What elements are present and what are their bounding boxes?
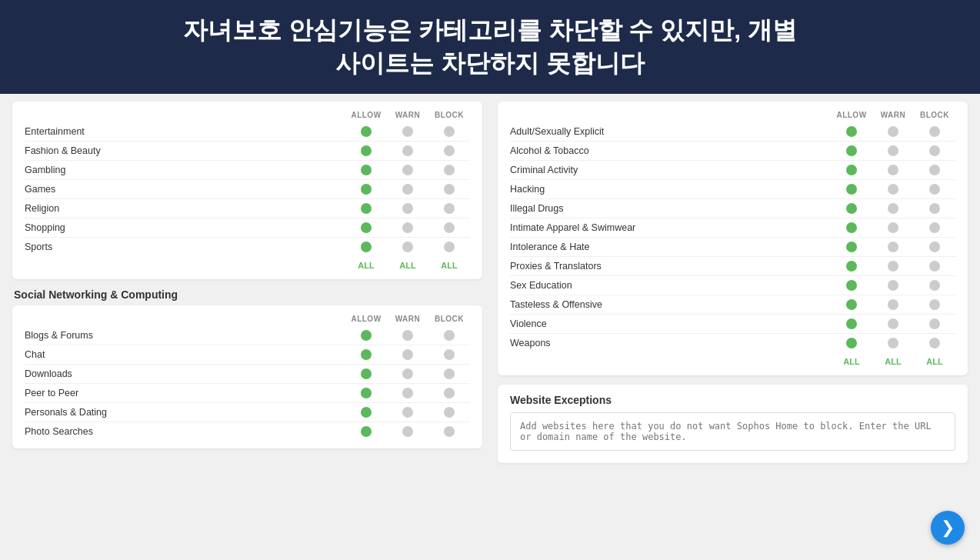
banner-text: 자녀보호 안심기능은 카테고리를 차단할 수 있지만, 개별 사이트는 차단하지… (183, 16, 797, 77)
allow-dot[interactable] (831, 261, 872, 272)
block-dot[interactable] (428, 349, 470, 360)
table-row: Religion (25, 199, 470, 218)
warn-dot[interactable] (387, 368, 428, 379)
warn-dot[interactable] (872, 261, 914, 272)
table-row: Blogs & Forums (25, 326, 470, 345)
allow-dot[interactable] (345, 126, 387, 137)
block-dot[interactable] (914, 126, 955, 137)
block-dot[interactable] (428, 368, 470, 379)
col-block-header: BLOCK (428, 111, 470, 119)
allow-dot[interactable] (831, 126, 872, 137)
left-top-header: ALLOW WARN BLOCK (25, 109, 470, 121)
warn-dot[interactable] (387, 388, 428, 398)
warn-dot[interactable] (872, 222, 914, 233)
warn-dot[interactable] (387, 165, 428, 175)
block-dot[interactable] (428, 203, 470, 214)
block-dot[interactable] (914, 280, 955, 291)
fab-button[interactable]: ❯ (931, 511, 965, 545)
category-label: Downloads (25, 368, 345, 379)
allow-dot[interactable] (831, 222, 872, 233)
warn-dot[interactable] (872, 280, 914, 291)
allow-dot[interactable] (831, 318, 872, 329)
allow-dot[interactable] (345, 349, 387, 360)
allow-dot[interactable] (831, 165, 872, 175)
allow-dot[interactable] (345, 330, 387, 341)
category-label: Games (25, 184, 345, 195)
warn-dot[interactable] (872, 203, 914, 214)
warn-dot[interactable] (387, 349, 428, 360)
block-dot[interactable] (428, 242, 470, 252)
block-dot[interactable] (914, 261, 955, 272)
block-dot[interactable] (428, 145, 470, 156)
warn-dot[interactable] (387, 407, 428, 418)
allow-dot[interactable] (345, 222, 387, 233)
warn-dot[interactable] (387, 330, 428, 341)
block-dot[interactable] (428, 426, 470, 437)
warn-dot[interactable] (872, 165, 914, 175)
block-dot[interactable] (914, 222, 955, 233)
category-label: Peer to Peer (25, 388, 345, 398)
table-row: Intolerance & Hate (510, 238, 955, 257)
allow-dot[interactable] (831, 203, 872, 214)
allow-dot[interactable] (831, 280, 872, 291)
col-warn-header: WARN (387, 111, 428, 119)
warn-dot[interactable] (872, 318, 914, 329)
warn-dot[interactable] (872, 184, 914, 195)
category-label: Illegal Drugs (510, 203, 831, 214)
category-label: Chat (25, 349, 345, 360)
warn-dot[interactable] (872, 299, 914, 310)
allow-dot[interactable] (831, 338, 872, 348)
warn-dot[interactable] (872, 242, 914, 252)
category-label: Personals & Dating (25, 407, 345, 418)
allow-dot[interactable] (831, 184, 872, 195)
block-dot[interactable] (914, 203, 955, 214)
allow-dot[interactable] (831, 145, 872, 156)
allow-dot[interactable] (345, 368, 387, 379)
allow-dot[interactable] (831, 299, 872, 310)
block-dot[interactable] (914, 145, 955, 156)
table-row: Adult/Sexually Explicit (510, 122, 955, 142)
allow-dot[interactable] (345, 145, 387, 156)
col-block-header2: BLOCK (428, 315, 470, 323)
warn-dot[interactable] (387, 126, 428, 137)
fab-icon: ❯ (941, 518, 955, 538)
allow-dot[interactable] (345, 426, 387, 437)
table-row: Shopping (25, 218, 470, 238)
warn-dot[interactable] (387, 222, 428, 233)
allow-dot[interactable] (345, 388, 387, 398)
warn-dot[interactable] (387, 203, 428, 214)
block-dot[interactable] (914, 165, 955, 175)
allow-dot[interactable] (345, 242, 387, 252)
col-allow-header2: ALLOW (345, 315, 387, 323)
category-label: Intolerance & Hate (510, 242, 831, 252)
block-dot[interactable] (914, 242, 955, 252)
allow-dot[interactable] (345, 203, 387, 214)
website-exceptions-input[interactable] (510, 412, 955, 451)
block-dot[interactable] (428, 165, 470, 175)
block-dot[interactable] (428, 330, 470, 341)
warn-dot[interactable] (872, 145, 914, 156)
block-dot[interactable] (428, 126, 470, 137)
right-top-footer-allow: ALL (831, 357, 872, 366)
allow-dot[interactable] (345, 184, 387, 195)
warn-dot[interactable] (872, 126, 914, 137)
warn-dot[interactable] (387, 242, 428, 252)
table-row: Proxies & Translators (510, 257, 955, 276)
warn-dot[interactable] (387, 426, 428, 437)
warn-dot[interactable] (872, 338, 914, 348)
block-dot[interactable] (914, 338, 955, 348)
category-label: Weapons (510, 338, 831, 348)
block-dot[interactable] (428, 388, 470, 398)
category-label: Fashion & Beauty (25, 145, 345, 156)
block-dot[interactable] (914, 184, 955, 195)
allow-dot[interactable] (345, 165, 387, 175)
block-dot[interactable] (914, 318, 955, 329)
allow-dot[interactable] (831, 242, 872, 252)
block-dot[interactable] (914, 299, 955, 310)
warn-dot[interactable] (387, 145, 428, 156)
block-dot[interactable] (428, 407, 470, 418)
block-dot[interactable] (428, 184, 470, 195)
allow-dot[interactable] (345, 407, 387, 418)
warn-dot[interactable] (387, 184, 428, 195)
block-dot[interactable] (428, 222, 470, 233)
